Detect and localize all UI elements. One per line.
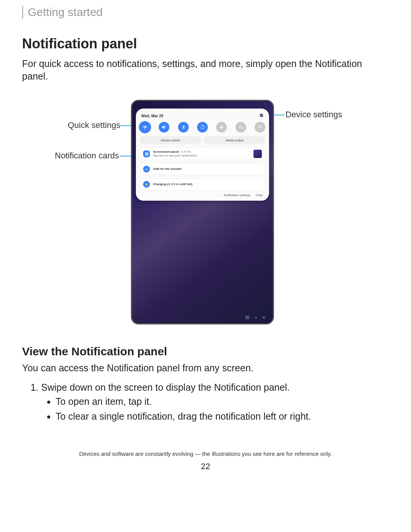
android-navbar: III ○ < [245, 315, 265, 320]
notif-title: USB for file transfer [153, 167, 182, 171]
sound-icon[interactable] [159, 122, 169, 133]
callout-quick-settings: Quick settings [68, 120, 120, 130]
notification-card[interactable]: ⚡ Charging (1 h 9 m until full) [140, 178, 265, 190]
bluetooth-icon[interactable] [178, 122, 189, 133]
notif-sub: Tap here to see your screenshot. [153, 154, 198, 158]
screenshot-icon: ▦ [143, 150, 150, 157]
notification-settings-link[interactable]: Notification settings [224, 193, 250, 197]
footnote: Devices and software are constantly evol… [22, 451, 389, 457]
airplane-icon[interactable] [216, 122, 227, 133]
notif-time: 4:49 PM [181, 150, 191, 153]
clear-link[interactable]: Clear [256, 193, 263, 197]
callout-device-settings: Device settings [285, 110, 342, 120]
back-icon[interactable]: < [263, 315, 265, 320]
recent-icon[interactable]: III [245, 315, 249, 320]
page-title: Notification panel [22, 36, 389, 52]
bullet-item: To clear a single notification, drag the… [56, 411, 389, 422]
page-number: 22 [22, 462, 389, 471]
bullet-item: To open an item, tap it. [56, 396, 389, 407]
screenshot-thumb [253, 150, 262, 158]
subheading-intro: You can access the Notification panel fr… [22, 363, 389, 374]
step-text: Swipe down on the screen to display the … [41, 382, 290, 393]
notification-card[interactable]: ⎋ USB for file transfer [140, 163, 265, 175]
steps-list: Swipe down on the screen to display the … [22, 382, 389, 422]
usb-icon: ⎋ [143, 166, 150, 173]
panel-date: Wed, Mar 29 [141, 114, 163, 118]
gear-icon[interactable] [259, 113, 264, 119]
device-control-button[interactable]: Device control [140, 136, 201, 144]
charging-icon: ⚡ [143, 181, 150, 188]
callout-notification-cards: Notification cards [55, 151, 119, 161]
breadcrumb: Getting started [22, 6, 389, 19]
data-icon[interactable] [236, 122, 246, 133]
intro-text: For quick access to notifications, setti… [22, 58, 380, 82]
hotspot-icon[interactable] [255, 122, 265, 133]
diagram: Quick settings Notification cards Device… [22, 97, 389, 334]
wifi-icon[interactable] [140, 122, 150, 133]
subheading: View the Notification panel [22, 345, 389, 358]
media-output-button[interactable]: Media output [204, 136, 265, 144]
home-icon[interactable]: ○ [255, 315, 257, 320]
notif-title: Charging (1 h 9 m until full) [153, 182, 193, 186]
notification-panel: Wed, Mar 29 Device control Media [136, 109, 269, 201]
rotate-icon[interactable] [197, 122, 208, 133]
device-screenshot: Wed, Mar 29 Device control Media [131, 100, 274, 324]
notification-card[interactable]: ▦ Screenshot saved 4:49 PM Tap here to s… [140, 147, 265, 160]
quick-settings-row [140, 122, 265, 133]
notif-title: Screenshot saved [153, 150, 179, 153]
